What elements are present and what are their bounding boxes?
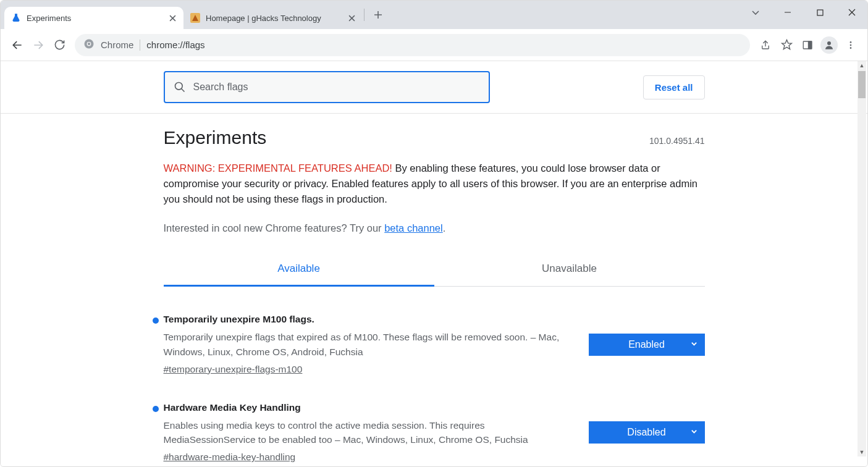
reload-button[interactable] bbox=[49, 35, 70, 56]
share-icon[interactable] bbox=[755, 35, 776, 56]
flag-title: Hardware Media Key Handling bbox=[164, 402, 564, 413]
svg-point-20 bbox=[850, 41, 852, 43]
tab-title: Homepage | gHacks Technology bbox=[206, 14, 342, 23]
modified-dot-icon bbox=[153, 318, 159, 324]
reset-all-button[interactable]: Reset all bbox=[643, 75, 705, 99]
omnibox-url: chrome://flags bbox=[146, 40, 204, 50]
window-controls bbox=[746, 3, 861, 22]
flag-hash-link[interactable]: #temporary-unexpire-flags-m100 bbox=[164, 364, 564, 375]
flag-state-value: Enabled bbox=[628, 339, 665, 350]
flag-description: Temporarily unexpire flags that expired … bbox=[164, 330, 564, 359]
warning-red: WARNING: EXPERIMENTAL FEATURES AHEAD! bbox=[164, 162, 392, 174]
svg-point-22 bbox=[850, 47, 852, 49]
interest-suffix: . bbox=[443, 222, 446, 233]
back-button[interactable] bbox=[7, 35, 28, 56]
ghacks-favicon-icon bbox=[190, 12, 201, 23]
page-viewport: Reset all Experiments 101.0.4951.41 WARN… bbox=[1, 61, 867, 466]
flag-state-select[interactable]: Enabled bbox=[589, 334, 705, 356]
beta-channel-text: Interested in cool new Chrome features? … bbox=[164, 222, 705, 234]
flag-description: Enables using media keys to control the … bbox=[164, 418, 564, 447]
scrollbar-thumb[interactable] bbox=[858, 71, 866, 98]
bookmark-star-icon[interactable] bbox=[776, 35, 797, 56]
tab-title: Experiments bbox=[27, 14, 162, 23]
version-label: 101.0.4951.41 bbox=[649, 136, 705, 146]
tab-available[interactable]: Available bbox=[164, 253, 434, 287]
page-title: Experiments bbox=[164, 127, 267, 148]
kebab-menu-icon[interactable] bbox=[840, 35, 861, 56]
browser-chrome: Experiments Homepage | gHacks Technology bbox=[1, 1, 867, 61]
chevron-down-icon[interactable] bbox=[746, 3, 765, 22]
flag-item: Hardware Media Key Handling Enables usin… bbox=[164, 402, 705, 463]
omnibox[interactable]: Chrome chrome://flags bbox=[75, 34, 750, 56]
minimize-button[interactable] bbox=[778, 3, 797, 22]
maximize-button[interactable] bbox=[811, 3, 829, 22]
svg-rect-18 bbox=[809, 41, 812, 49]
svg-point-15 bbox=[88, 43, 91, 46]
toolbar: Chrome chrome://flags bbox=[1, 29, 867, 61]
tab-ghacks[interactable]: Homepage | gHacks Technology bbox=[183, 7, 363, 29]
scrollbar-down-icon[interactable]: ▼ bbox=[857, 448, 866, 456]
scrollbar-up-icon[interactable]: ▲ bbox=[857, 61, 866, 70]
modified-dot-icon bbox=[153, 406, 159, 412]
search-bar-section: Reset all bbox=[1, 61, 867, 114]
new-tab-button[interactable] bbox=[369, 6, 387, 23]
svg-point-21 bbox=[850, 44, 852, 46]
svg-marker-16 bbox=[782, 40, 791, 49]
page-body: Experiments 101.0.4951.41 WARNING: EXPER… bbox=[164, 114, 705, 466]
chrome-logo-icon bbox=[83, 38, 95, 51]
beta-channel-link[interactable]: beta channel bbox=[384, 222, 443, 233]
interest-prefix: Interested in cool new Chrome features? … bbox=[164, 222, 385, 233]
close-icon[interactable] bbox=[167, 13, 177, 23]
flag-state-select[interactable]: Disabled bbox=[589, 421, 705, 444]
chevron-down-icon bbox=[691, 340, 697, 349]
flask-icon bbox=[11, 12, 22, 23]
chevron-down-icon bbox=[691, 428, 697, 437]
svg-point-23 bbox=[175, 83, 182, 90]
flag-title: Temporarily unexpire M100 flags. bbox=[164, 314, 564, 325]
flag-state-value: Disabled bbox=[627, 427, 665, 438]
forward-button[interactable] bbox=[28, 35, 49, 56]
svg-line-24 bbox=[181, 89, 184, 92]
tab-separator bbox=[364, 9, 364, 21]
omnibox-divider bbox=[140, 40, 140, 51]
close-icon[interactable] bbox=[347, 13, 356, 23]
tab-strip: Experiments Homepage | gHacks Technology bbox=[1, 1, 867, 29]
svg-rect-8 bbox=[817, 10, 823, 15]
experiment-tabs: Available Unavailable bbox=[164, 253, 705, 287]
omnibox-origin: Chrome bbox=[101, 40, 133, 50]
flag-item: Temporarily unexpire M100 flags. Tempora… bbox=[164, 314, 705, 375]
side-panel-icon[interactable] bbox=[797, 35, 818, 56]
search-icon bbox=[174, 81, 186, 93]
vertical-scrollbar[interactable]: ▲ ▼ bbox=[857, 61, 866, 456]
tab-unavailable[interactable]: Unavailable bbox=[434, 253, 705, 286]
search-flags-input-wrap[interactable] bbox=[164, 71, 490, 103]
close-window-button[interactable] bbox=[843, 3, 861, 22]
tab-experiments[interactable]: Experiments bbox=[4, 7, 183, 29]
profile-avatar[interactable] bbox=[820, 36, 838, 54]
svg-point-19 bbox=[827, 41, 831, 45]
flag-hash-link[interactable]: #hardware-media-key-handling bbox=[164, 452, 564, 463]
search-flags-input[interactable] bbox=[193, 82, 480, 93]
warning-text: WARNING: EXPERIMENTAL FEATURES AHEAD! By… bbox=[164, 161, 705, 206]
